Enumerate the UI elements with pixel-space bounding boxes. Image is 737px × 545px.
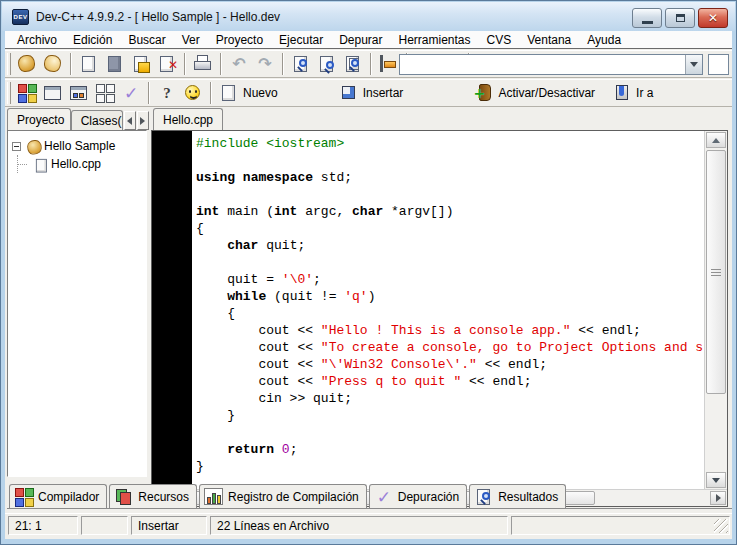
menu-item-ayuda[interactable]: Ayuda — [579, 31, 629, 49]
arrow-left-icon — [127, 117, 132, 125]
tab-scroll-left-button[interactable] — [124, 111, 136, 130]
close-button[interactable]: ✕ — [698, 8, 728, 28]
new-file-button[interactable] — [76, 52, 102, 76]
bottom-tab-resultados[interactable]: Resultados — [469, 484, 566, 508]
editor-gutter[interactable] — [152, 131, 192, 489]
tree-root-label: Hello Sample — [44, 139, 115, 153]
replace-button[interactable] — [340, 52, 366, 76]
resize-grip[interactable] — [714, 519, 728, 533]
toolbar-edit-box[interactable] — [708, 54, 729, 75]
bottom-tab-recursos[interactable]: Recursos — [109, 484, 197, 508]
menu-item-ejecutar[interactable]: Ejecutar — [271, 31, 331, 49]
collapse-icon[interactable] — [12, 142, 21, 151]
bottom-tab-label: Resultados — [498, 490, 558, 504]
minimize-button[interactable] — [632, 8, 662, 28]
new-page-button[interactable]: Nuevo — [216, 81, 284, 105]
editor-tabs: Hello.cpp — [153, 108, 223, 130]
code-line-2[interactable] — [196, 152, 704, 169]
code-line-18[interactable] — [196, 424, 704, 441]
menu-item-cvs[interactable]: CVS — [479, 31, 520, 49]
thumb-grip-icon — [711, 269, 721, 276]
maximize-button[interactable] — [665, 8, 695, 28]
code-line-6[interactable]: { — [196, 220, 704, 237]
new-source-button[interactable] — [14, 52, 40, 76]
run-button[interactable] — [40, 81, 66, 105]
vertical-scrollbar[interactable] — [704, 131, 727, 489]
find-next-button[interactable] — [314, 52, 340, 76]
scroll-up-button[interactable] — [706, 132, 726, 148]
toolbar-separator — [370, 53, 372, 75]
code-line-16[interactable]: cin >> quit; — [196, 390, 704, 407]
code-line-7[interactable]: char quit; — [196, 237, 704, 254]
tab-clases[interactable]: Clases(F — [71, 110, 123, 130]
new-page-label: Nuevo — [243, 86, 278, 100]
tree-file-row[interactable]: Hello.cpp — [8, 155, 146, 173]
undo-button[interactable]: ↶ — [226, 52, 252, 76]
menu-item-archivo[interactable]: Archivo — [9, 31, 65, 49]
tab-hello-cpp[interactable]: Hello.cpp — [153, 108, 223, 130]
about-button[interactable] — [180, 81, 206, 105]
code-area[interactable]: #include <iostream> using namespace std;… — [192, 131, 704, 489]
save-button[interactable] — [128, 52, 154, 76]
combobox-dropdown-button[interactable] — [685, 55, 702, 74]
code-line-19[interactable]: return 0; — [196, 441, 704, 458]
new-source-icon — [16, 53, 38, 75]
print-button[interactable] — [190, 52, 216, 76]
bottom-tab-depuraci-n[interactable]: ✓Depuración — [369, 484, 467, 508]
open-project-button[interactable] — [40, 52, 66, 76]
menu-item-depurar[interactable]: Depurar — [331, 31, 390, 49]
code-line-8[interactable] — [196, 254, 704, 271]
redo-button[interactable]: ↷ — [252, 52, 278, 76]
tree-root-row[interactable]: Hello Sample — [8, 137, 146, 155]
compiler-combobox[interactable] — [399, 54, 703, 75]
vertical-scroll-thumb[interactable] — [706, 150, 726, 394]
tab-proyecto[interactable]: Proyecto — [7, 108, 71, 130]
code-line-5[interactable]: int main (int argc, char *argv[]) — [196, 203, 704, 220]
compile-run-button[interactable] — [66, 81, 92, 105]
menu-item-ver[interactable]: Ver — [174, 31, 208, 49]
code-line-1[interactable]: #include <iostream> — [196, 135, 704, 152]
find-next-icon — [316, 53, 338, 75]
close-file-button[interactable]: ✕ — [154, 52, 180, 76]
menu-item-buscar[interactable]: Buscar — [120, 31, 173, 49]
code-line-20[interactable]: } — [196, 458, 704, 475]
code-line-17[interactable]: } — [196, 407, 704, 424]
close-icon: ✕ — [708, 11, 718, 25]
template-button[interactable] — [102, 52, 128, 76]
help-button[interactable]: ? — [154, 81, 180, 105]
find-icon — [290, 53, 312, 75]
menu-item-edición[interactable]: Edición — [65, 31, 120, 49]
syntax-check-icon: ✓ — [120, 82, 142, 104]
client-area: ArchivoEdiciónBuscarVerProyectoEjecutarD… — [5, 31, 732, 539]
project-tree: Hello Sample Hello.cpp — [7, 130, 147, 477]
menu-item-proyecto[interactable]: Proyecto — [208, 31, 271, 49]
tab-scroll-right-button[interactable] — [137, 111, 149, 130]
code-line-10[interactable]: while (quit != 'q') — [196, 288, 704, 305]
left-panel-tabs: Proyecto Clases(F — [7, 108, 149, 130]
compile-button[interactable] — [14, 81, 40, 105]
code-line-14[interactable]: cout << "\'Win32 Console\'." << endl; — [196, 356, 704, 373]
tree-connector — [17, 155, 31, 173]
bottom-tab-registro-de-compilaci-n[interactable]: Registro de Compilación — [199, 484, 367, 508]
code-line-9[interactable]: quit = '\0'; — [196, 271, 704, 288]
app-window: DEV Dev-C++ 4.9.9.2 - [ Hello Sample ] -… — [0, 0, 737, 545]
title-bar[interactable]: DEV Dev-C++ 4.9.9.2 - [ Hello Sample ] -… — [2, 2, 735, 31]
minimize-icon — [642, 21, 653, 24]
code-line-12[interactable]: cout << "Hello ! This is a console app."… — [196, 322, 704, 339]
code-line-11[interactable]: { — [196, 305, 704, 322]
code-line-15[interactable]: cout << "Press q to quit " << endl; — [196, 373, 704, 390]
modified-panel — [81, 516, 128, 535]
menu-item-ventana[interactable]: Ventana — [519, 31, 579, 49]
code-line-3[interactable]: using namespace std; — [196, 169, 704, 186]
find-button[interactable] — [288, 52, 314, 76]
menu-item-herramientas[interactable]: Herramientas — [391, 31, 479, 49]
rebuild-button[interactable] — [92, 81, 118, 105]
goto-line-icon — [378, 53, 400, 75]
syntax-check-button[interactable]: ✓ — [118, 81, 144, 105]
bottom-tab-compilador[interactable]: Compilador — [9, 484, 107, 508]
toggle-breakpoint-button[interactable]: +Activar/Desactivar — [471, 81, 601, 105]
insert-unit-button[interactable]: Insertar — [336, 81, 410, 105]
code-line-13[interactable]: cout << "To create a console, go to Proj… — [196, 339, 704, 356]
code-line-4[interactable] — [196, 186, 704, 203]
goto-location-button[interactable]: Ir a — [609, 81, 659, 105]
